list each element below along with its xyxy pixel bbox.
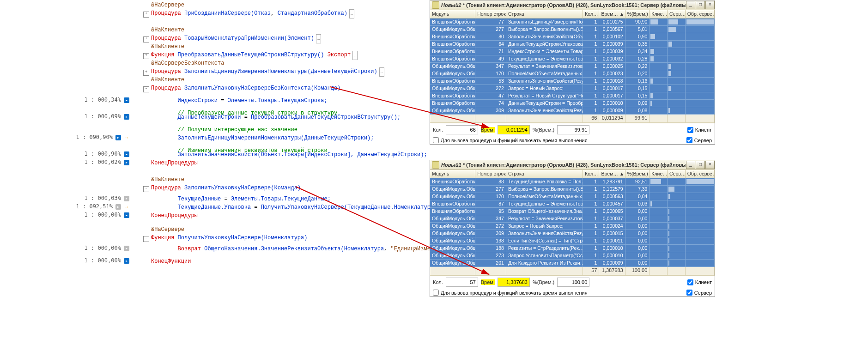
close-button[interactable]: × (705, 1, 715, 9)
fold-toggle[interactable]: + (143, 53, 149, 59)
code-line[interactable]: +Процедура ТоварыНоменклатураПриИзменени… (143, 34, 321, 43)
collapsed-dots[interactable]: … (316, 34, 321, 43)
code-line[interactable]: &НаКлиенте (143, 175, 184, 184)
table-row[interactable]: ОбщийМодуль.Общег…272Запрос = Новый Запр… (430, 223, 715, 230)
minimize-button[interactable]: _ (686, 161, 695, 169)
table-row[interactable]: ОбщийМодуль.Общег…201Для Каждого Реквизи… (430, 260, 715, 267)
col-header[interactable]: Врем… ▲ (599, 10, 625, 18)
code-line[interactable]: -Функция ПолучитьУпаковкуНаСервере(Номен… (143, 234, 307, 242)
grid-body[interactable]: ВнешняяОбработка.З…88ТекущиеДанные.Упако… (430, 178, 715, 267)
table-row[interactable]: ОбщийМодуль.Общег…170ПолноеИмяОбъектаМет… (430, 193, 715, 200)
server-checkbox[interactable]: Сервер (686, 137, 712, 143)
pct-input[interactable] (557, 278, 589, 287)
fold-toggle[interactable]: - (143, 86, 149, 92)
col-header[interactable]: Номер строки (475, 10, 506, 18)
code-line[interactable]: &НаКлиенте (143, 42, 184, 51)
grid-body[interactable]: ВнешняяОбработка.З…77ЗаполнитьЕдиницуИзм… (430, 18, 715, 115)
table-row[interactable]: ОбщийМодуль.Общег…277Выборка = Запрос.Вы… (430, 26, 715, 33)
include-time-checkbox[interactable]: Для вызова процедур и функций включать в… (433, 137, 588, 143)
table-row[interactable]: ОбщийМодуль.Общег…188Реквизиты = СтрРазд… (430, 245, 715, 252)
col-header[interactable]: Клие… (649, 10, 668, 18)
code-line[interactable]: -Процедура ЗаполнитьУпаковкуНаСервереБез… (143, 84, 341, 92)
maximize-button[interactable]: □ (696, 1, 705, 9)
table-row[interactable]: ВнешняяОбработка.З…77ЗаполнитьЕдиницуИзм… (430, 18, 715, 26)
code-line[interactable]: ДанныеТекущейСтроки = ПреобразоватьДанны… (143, 113, 401, 121)
fold-toggle[interactable]: - (143, 186, 149, 192)
col-header[interactable]: Кол… (583, 170, 599, 178)
table-row[interactable]: ОбщийМодуль.Общег…272Запрос = Новый Запр… (430, 85, 715, 92)
code-line[interactable]: ЗаполнитьЗначенияСвойств(Объект.Товары[И… (143, 151, 427, 159)
pct-input[interactable] (557, 125, 589, 134)
col-header[interactable]: %(Врем.) (625, 10, 650, 18)
fold-toggle[interactable]: + (143, 36, 149, 42)
col-header[interactable]: Клие… (649, 170, 668, 178)
code-line[interactable]: +Процедура ЗаполнитьЕдиницуИзмеренияНоме… (143, 67, 384, 77)
code-line[interactable]: &НаСервере (143, 1, 184, 9)
table-row[interactable]: ВнешняяОбработка.З…88ТекущиеДанные.Упако… (430, 178, 715, 186)
table-row[interactable]: ВнешняяОбработка.З…74ДанныеТекущейСтроки… (430, 100, 715, 107)
code-line[interactable]: // Получим интересующее нас значение (143, 126, 297, 134)
table-row[interactable]: ВнешняяОбработка.З…49ТекущиеДанные = Эле… (430, 55, 715, 63)
vrem-input[interactable] (498, 278, 530, 287)
code-line[interactable]: ЗаполнитьЕдиницуИзмеренияНоменклатуры(Да… (143, 134, 374, 142)
col-header[interactable]: Номер строки (475, 170, 506, 178)
table-row[interactable]: ОбщийМодуль.Общег…309ЗаполнитьЗначенияСв… (430, 230, 715, 237)
table-row[interactable]: ВнешняяОбработка.З…80ЗаполнитьЗначенияСв… (430, 33, 715, 41)
table-row[interactable]: ВнешняяОбработка.З…87ТекущиеДанные = Эле… (430, 200, 715, 208)
code-line[interactable]: КонецПроцедуры (143, 212, 198, 220)
table-row[interactable]: ВнешняяОбработка.З…53ЗаполнитьЗначенияСв… (430, 78, 715, 85)
col-header[interactable]: Кол… (583, 10, 599, 18)
col-header[interactable]: Серв… (668, 10, 686, 18)
table-row[interactable]: ВнешняяОбработка.З…64ДанныеТекущейСтроки… (430, 41, 715, 48)
fold-toggle[interactable]: + (143, 12, 149, 18)
col-header[interactable]: Обр. серве… (686, 170, 715, 178)
table-row[interactable]: ВнешняяОбработка.З…47Результат = Новый С… (430, 92, 715, 100)
col-header[interactable]: Серв… (668, 170, 686, 178)
totals-row: 660,01129499,91 (430, 115, 715, 123)
col-header[interactable]: Модуль (430, 10, 475, 18)
col-header[interactable]: Обр. серве… (686, 10, 715, 18)
collapsed-dots[interactable]: … (349, 9, 354, 18)
table-row[interactable]: ОбщийМодуль.Общег…309ЗаполнитьЗначенияСв… (430, 107, 715, 115)
client-checkbox[interactable]: Клиент (687, 127, 712, 133)
table-row[interactable]: ОбщийМодуль.Общег…138Если ТипЗнч(Ссылка)… (430, 237, 715, 245)
include-time-checkbox[interactable]: Для вызова процедур и функций включать в… (433, 290, 588, 296)
code-line[interactable]: КонецПроцедуры (143, 159, 198, 167)
code-line[interactable]: &НаКлиенте (143, 76, 184, 84)
fold-toggle[interactable]: + (143, 70, 149, 76)
client-checkbox[interactable]: Клиент (687, 279, 712, 285)
server-checkbox[interactable]: Сервер (686, 290, 712, 296)
col-header[interactable]: Врем… ▲ (599, 170, 625, 178)
code-line[interactable]: ИндексСтроки = Элементы.Товары.ТекущаяСт… (143, 97, 328, 105)
code-line[interactable]: -Процедура ЗаполнитьУпаковкуНаСервере(Ко… (143, 184, 301, 192)
close-button[interactable]: × (705, 161, 715, 169)
col-header[interactable]: Модуль (430, 170, 475, 178)
col-header[interactable]: Строка (506, 170, 583, 178)
vrem-input[interactable] (498, 125, 530, 134)
collapsed-dots[interactable]: … (379, 67, 384, 77)
table-row[interactable]: ОбщийМодуль.Общег…277Выборка = Запрос.Вы… (430, 186, 715, 193)
col-header[interactable]: %(Врем.) (625, 170, 650, 178)
kol-input[interactable] (446, 125, 478, 134)
collapsed-dots[interactable]: … (352, 51, 358, 60)
table-row[interactable]: ОбщийМодуль.Общег…170ПолноеИмяОбъектаМет… (430, 70, 715, 78)
code-line[interactable]: +Функция ПреобразоватьДанныеТекущейСтрок… (143, 51, 358, 60)
table-row[interactable]: ВнешняяОбработка.З…95Возврат ОбщегоНазна… (430, 208, 715, 215)
minimize-button[interactable]: _ (686, 1, 695, 9)
kol-input[interactable] (446, 278, 478, 287)
table-row[interactable]: ОбщийМодуль.Общег…347Результат = Значени… (430, 215, 715, 223)
table-row[interactable]: ОбщийМодуль.Общег…347Результат = Значени… (430, 63, 715, 70)
code-line[interactable]: +Процедура ПриСозданииНаСервере(Отказ, С… (143, 9, 354, 18)
table-row[interactable]: ОбщийМодуль.Общег…273Запрос.УстановитьПа… (430, 252, 715, 260)
code-line[interactable]: ТекущиеДанные.Упаковка = ПолучитьУпаковк… (143, 203, 441, 212)
code-line[interactable]: ТекущиеДанные = Элементы.Товары.ТекущиеД… (143, 195, 331, 203)
code-line[interactable]: &НаКлиенте (143, 26, 184, 34)
col-header[interactable]: Строка (506, 10, 583, 18)
maximize-button[interactable]: □ (696, 161, 705, 169)
code-line[interactable]: Возврат ОбщегоНазначения.ЗначениеРеквизи… (143, 245, 457, 253)
fold-toggle[interactable]: - (143, 236, 149, 242)
code-line[interactable]: &НаСервере (143, 225, 184, 234)
table-row[interactable]: ВнешняяОбработка.З…71ИндексСтроки = Элем… (430, 48, 715, 55)
code-line[interactable]: КонецФункции (143, 257, 191, 266)
code-line[interactable]: &НаСервереБезКонтекста (143, 59, 224, 67)
